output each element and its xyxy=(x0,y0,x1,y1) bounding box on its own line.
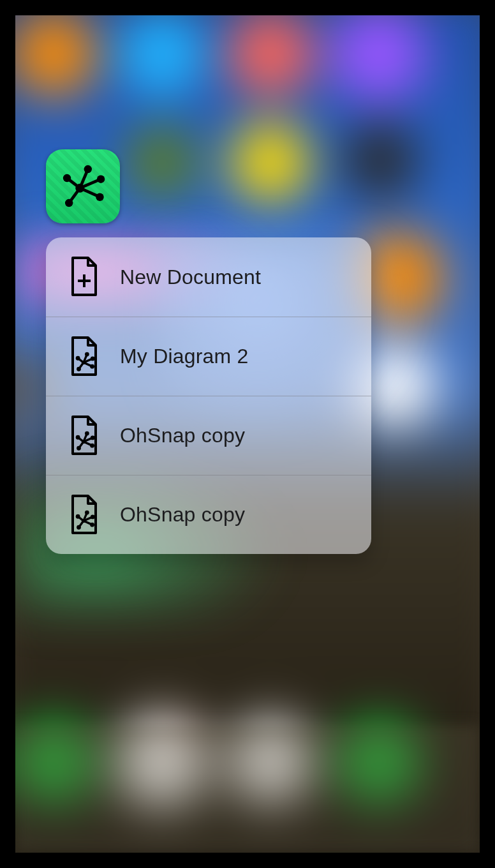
svg-point-32 xyxy=(91,435,95,440)
svg-point-30 xyxy=(76,435,80,439)
svg-point-20 xyxy=(85,352,89,356)
quick-action-recent-document[interactable]: OhSnap copy xyxy=(46,475,371,554)
quick-action-recent-document[interactable]: OhSnap copy xyxy=(46,396,371,475)
quick-action-new-document[interactable]: New Document xyxy=(46,237,371,317)
app-icon-omnigraffle[interactable] xyxy=(46,149,120,223)
svg-point-9 xyxy=(96,193,103,200)
svg-point-42 xyxy=(85,510,89,514)
svg-point-33 xyxy=(90,443,94,447)
quick-actions-menu: New Document xyxy=(46,237,371,554)
diagram-document-icon xyxy=(66,336,101,377)
svg-point-21 xyxy=(91,356,95,361)
svg-point-19 xyxy=(76,355,80,360)
svg-point-8 xyxy=(97,175,105,183)
diagram-document-icon xyxy=(66,415,101,456)
network-graph-icon xyxy=(58,160,108,213)
home-screen: New Document xyxy=(15,15,480,853)
quick-action-label: New Document xyxy=(120,266,261,289)
svg-point-31 xyxy=(85,431,89,435)
quick-action-label: OhSnap copy xyxy=(120,503,245,527)
svg-point-44 xyxy=(90,522,94,527)
svg-point-7 xyxy=(84,165,92,173)
svg-point-43 xyxy=(91,514,95,519)
svg-point-41 xyxy=(76,514,80,518)
quick-action-recent-document[interactable]: My Diagram 2 xyxy=(46,317,371,396)
dock-background xyxy=(15,725,480,853)
svg-point-22 xyxy=(90,364,94,368)
quick-action-label: OhSnap copy xyxy=(120,424,245,447)
quick-action-label: My Diagram 2 xyxy=(120,345,249,368)
svg-point-6 xyxy=(63,174,71,182)
screenshot-frame: New Document xyxy=(0,0,495,868)
svg-point-23 xyxy=(77,366,81,371)
diagram-document-icon xyxy=(66,495,101,535)
svg-point-45 xyxy=(77,525,81,529)
svg-point-34 xyxy=(77,445,81,450)
new-document-icon xyxy=(66,257,101,297)
svg-point-10 xyxy=(65,199,73,207)
